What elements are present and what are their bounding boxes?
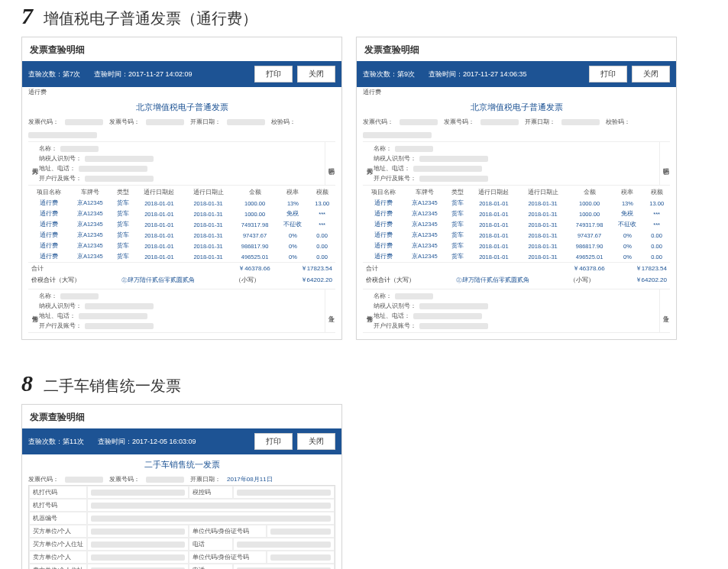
car-details-grid: 机打代码 税控码 机打号码 机器编号 买方单位/个人 单位代码/身份证号码 买方… — [28, 485, 335, 569]
invoice-card-1: 发票查验明细 查验次数：第7次 查验时间：2017-11-27 14:02:09… — [21, 37, 342, 340]
table-row: 通行费京A12345货车2018-01-012018-01-311000.00免… — [28, 209, 335, 219]
table-row: 通行费京A12345货车2018-01-012018-01-31496525.0… — [363, 251, 670, 262]
card-header: 发票查验明细 — [22, 37, 341, 61]
table-row: 通行费京A12345货车2018-01-012018-01-31986817.9… — [363, 241, 670, 251]
table-row: 通行费京A12345货车2018-01-012018-01-3197437.67… — [363, 230, 670, 241]
table-row: 通行费京A12345货车2018-01-012018-01-311000.00免… — [363, 209, 670, 219]
meta-row: 发票代码： 发票号码： 开票日期： 校验码： — [28, 118, 335, 138]
card-banner: 查验次数：第7次 查验时间：2017-11-27 14:02:09 打印 关闭 — [22, 61, 341, 87]
table-row: 通行费京A12345货车2018-01-012018-01-31496525.0… — [28, 251, 335, 262]
table-row: 通行费京A12345货车2018-01-012018-01-31749317.9… — [28, 219, 335, 230]
table-row: 通行费京A12345货车2018-01-012018-01-31749317.9… — [363, 219, 670, 230]
section-8-cards: 发票查验明细 查验次数：第11次 查验时间：2017-12-05 16:03:0… — [21, 404, 728, 569]
close-button[interactable]: 关闭 — [297, 433, 335, 450]
section-title: 增值税电子普通发票（通行费） — [44, 8, 257, 29]
table-row: 通行费京A12345货车2018-01-012018-01-31986817.9… — [28, 241, 335, 251]
section-number: 7 — [21, 3, 33, 29]
invoice-items-table: 项目名称车牌号类型 通行日期起通行日期止 金额税率税额 通行费京A12345货车… — [28, 187, 335, 262]
section-7-header: 7 增值税电子普通发票（通行费） — [21, 3, 728, 29]
close-button[interactable]: 关闭 — [632, 66, 670, 82]
print-button[interactable]: 打印 — [589, 66, 627, 82]
table-row: 通行费京A12345货车2018-01-012018-01-311000.001… — [363, 198, 670, 209]
table-row: 通行费京A12345货车2018-01-012018-01-3197437.67… — [28, 230, 335, 241]
section-7-cards: 发票查验明细 查验次数：第7次 查验时间：2017-11-27 14:02:09… — [21, 37, 728, 340]
print-button[interactable]: 打印 — [254, 433, 293, 450]
section-8-header: 8 二手车销售统一发票 — [21, 370, 728, 396]
car-invoice-card: 发票查验明细 查验次数：第11次 查验时间：2017-12-05 16:03:0… — [21, 404, 342, 569]
close-button[interactable]: 关闭 — [297, 66, 335, 82]
print-button[interactable]: 打印 — [254, 66, 293, 82]
table-row: 通行费京A12345货车2018-01-012018-01-311000.001… — [28, 198, 335, 209]
doc-title: 北京增值税电子普通发票 — [28, 97, 335, 116]
invoice-card-2: 发票查验明细 查验次数：第9次 查验时间：2017-11-27 14:06:35… — [356, 37, 677, 340]
